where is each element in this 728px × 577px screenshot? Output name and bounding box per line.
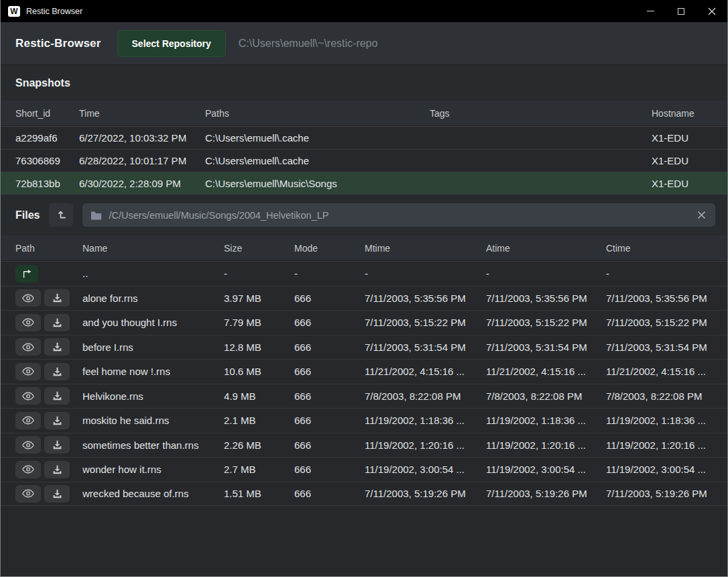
download-icon bbox=[52, 391, 62, 401]
file-mode: 666 bbox=[294, 464, 365, 475]
download-icon bbox=[52, 318, 62, 327]
file-row[interactable]: wrecked because of.rns1.51 MB6667/11/200… bbox=[1, 482, 727, 507]
file-atime: 11/19/2002, 1:20:16 ... bbox=[486, 439, 606, 451]
preview-file-button[interactable] bbox=[15, 461, 41, 478]
download-file-button[interactable] bbox=[44, 461, 70, 478]
col-tags: Tags bbox=[430, 108, 652, 119]
preview-file-button[interactable] bbox=[15, 363, 41, 380]
download-file-button[interactable] bbox=[44, 289, 70, 307]
snapshot-paths: C:\Users\emuell\.cache bbox=[205, 155, 430, 166]
file-row[interactable]: and you thought I.rns7.79 MB6667/11/2003… bbox=[1, 310, 727, 335]
snapshot-row[interactable]: 763068696/28/2022, 10:01:17 PMC:\Users\e… bbox=[1, 149, 727, 172]
snapshot-hostname: X1-EDU bbox=[652, 178, 727, 189]
file-ctime: 11/19/2002, 1:18:36 ... bbox=[606, 415, 727, 426]
file-ctime: 11/21/2002, 4:15:16 ... bbox=[606, 366, 727, 377]
col-name: Name bbox=[82, 243, 224, 254]
download-icon bbox=[52, 465, 62, 474]
file-atime: 7/8/2003, 8:22:08 PM bbox=[486, 390, 606, 402]
preview-file-button[interactable] bbox=[15, 289, 41, 307]
col-size: Size bbox=[224, 243, 294, 254]
preview-file-button[interactable] bbox=[15, 338, 41, 356]
snapshot-paths: C:\Users\emuell\.cache bbox=[205, 132, 430, 144]
file-mtime: 11/21/2002, 4:15:16 ... bbox=[365, 366, 486, 377]
repository-path: C:\Users\emuell\~\restic-repo bbox=[239, 38, 378, 50]
file-row[interactable]: moskito he said.rns2.1 MB66611/19/2002, … bbox=[1, 408, 727, 433]
file-size: - bbox=[224, 268, 294, 279]
preview-file-button[interactable] bbox=[15, 485, 41, 503]
close-button[interactable] bbox=[696, 0, 727, 22]
file-mtime: 7/11/2003, 5:35:56 PM bbox=[365, 293, 486, 304]
tree-level-icon bbox=[56, 209, 67, 221]
parent-directory-row[interactable]: ..----- bbox=[1, 261, 727, 286]
file-mtime: 7/8/2003, 8:22:08 PM bbox=[365, 390, 486, 402]
file-name: wonder how it.rns bbox=[82, 464, 224, 475]
download-file-button[interactable] bbox=[44, 338, 70, 356]
eye-icon bbox=[22, 343, 34, 352]
file-mode: 666 bbox=[294, 293, 365, 304]
file-row[interactable]: feel home now !.rns10.6 MB66611/21/2002,… bbox=[1, 359, 727, 384]
file-name: and you thought I.rns bbox=[82, 317, 224, 328]
download-icon bbox=[52, 440, 62, 450]
file-atime: 7/11/2003, 5:31:54 PM bbox=[486, 342, 606, 353]
file-mode: 666 bbox=[294, 342, 365, 353]
go-parent-button[interactable] bbox=[15, 265, 38, 282]
file-name: wrecked because of.rns bbox=[82, 488, 224, 499]
files-title: Files bbox=[15, 209, 40, 221]
preview-file-button[interactable] bbox=[15, 387, 41, 405]
download-icon bbox=[52, 367, 62, 376]
file-atime: 7/11/2003, 5:15:22 PM bbox=[486, 317, 606, 328]
minimize-icon bbox=[647, 11, 654, 11]
file-ctime: 7/11/2003, 5:31:54 PM bbox=[606, 342, 727, 353]
eye-icon bbox=[22, 489, 34, 498]
row-actions bbox=[15, 436, 82, 454]
download-icon bbox=[52, 489, 62, 499]
snapshot-row[interactable]: a2299af66/27/2022, 10:03:32 PMC:\Users\e… bbox=[1, 126, 727, 149]
file-path-input[interactable]: /C/Users/emuell/Music/Songs/2004_Helveti… bbox=[82, 203, 715, 227]
close-icon bbox=[708, 7, 716, 15]
row-actions bbox=[15, 461, 82, 478]
file-row[interactable]: sometimes better than.rns2.26 MB66611/19… bbox=[1, 433, 727, 458]
download-file-button[interactable] bbox=[44, 314, 70, 331]
eye-icon bbox=[22, 392, 34, 401]
file-row[interactable]: Helvikone.rns4.9 MB6667/8/2003, 8:22:08 … bbox=[1, 384, 727, 409]
tree-view-button[interactable] bbox=[49, 203, 73, 227]
file-row[interactable]: wonder how it.rns2.7 MB66611/19/2002, 3:… bbox=[1, 457, 727, 482]
download-file-button[interactable] bbox=[44, 363, 70, 380]
file-ctime: 7/8/2003, 8:22:08 PM bbox=[606, 390, 727, 402]
download-file-button[interactable] bbox=[44, 436, 70, 454]
download-file-button[interactable] bbox=[44, 485, 70, 503]
file-atime: - bbox=[486, 268, 606, 279]
file-row[interactable]: alone for.rns3.97 MB6667/11/2003, 5:35:5… bbox=[1, 286, 727, 311]
maximize-button[interactable] bbox=[666, 0, 696, 22]
file-atime: 11/21/2002, 4:15:16 ... bbox=[486, 366, 606, 377]
col-mtime: Mtime bbox=[365, 243, 486, 254]
download-file-button[interactable] bbox=[44, 387, 70, 405]
file-name: Helvikone.rns bbox=[82, 390, 224, 402]
snapshots-table-header: Short_id Time Paths Tags Hostname bbox=[1, 101, 727, 126]
row-actions bbox=[15, 289, 82, 307]
file-mode: 666 bbox=[294, 439, 365, 451]
snapshot-short_id: 76306869 bbox=[15, 155, 79, 166]
download-icon bbox=[52, 416, 62, 425]
window-controls bbox=[635, 0, 727, 22]
select-repository-button[interactable]: Select Repository bbox=[117, 30, 226, 57]
col-time: Time bbox=[79, 108, 205, 119]
file-atime: 7/11/2003, 5:35:56 PM bbox=[486, 293, 606, 304]
snapshot-row[interactable]: 72b813bb6/30/2022, 2:28:09 PMC:\Users\em… bbox=[1, 172, 727, 195]
file-path-value: /C/Users/emuell/Music/Songs/2004_Helveti… bbox=[109, 210, 689, 221]
file-mtime: 7/11/2003, 5:15:22 PM bbox=[365, 317, 486, 328]
preview-file-button[interactable] bbox=[15, 314, 41, 331]
file-atime: 11/19/2002, 3:00:54 ... bbox=[486, 464, 606, 475]
minimize-button[interactable] bbox=[635, 0, 666, 22]
preview-file-button[interactable] bbox=[15, 436, 41, 454]
preview-file-button[interactable] bbox=[15, 412, 41, 429]
download-icon bbox=[52, 342, 62, 352]
file-mode: 666 bbox=[294, 390, 365, 402]
col-ctime: Ctime bbox=[606, 243, 727, 254]
file-row[interactable]: before I.rns12.8 MB6667/11/2003, 5:31:54… bbox=[1, 335, 727, 360]
clear-path-button[interactable] bbox=[696, 209, 707, 221]
download-file-button[interactable] bbox=[44, 412, 70, 429]
file-ctime: 11/19/2002, 1:20:16 ... bbox=[606, 439, 727, 451]
eye-icon bbox=[22, 441, 34, 450]
file-size: 1.51 MB bbox=[224, 488, 294, 499]
